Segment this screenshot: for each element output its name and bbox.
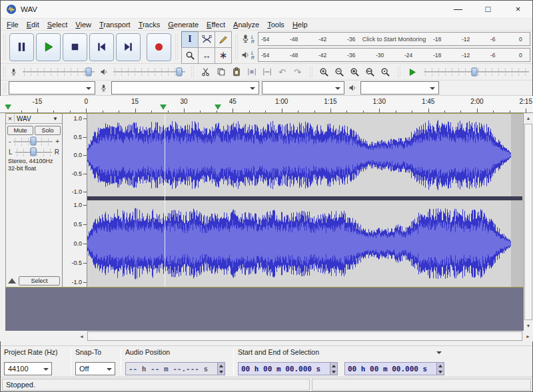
recording-device-select[interactable] (111, 81, 259, 95)
ruler-label: 0.5 (73, 221, 82, 228)
zoom-in-button[interactable] (316, 65, 332, 79)
menu-item-tracks[interactable]: Tracks (135, 20, 165, 29)
toolbar-gripper[interactable] (191, 66, 194, 78)
toolbar-gripper[interactable] (3, 83, 6, 93)
monitor-text[interactable]: Click to Start Monitoring (358, 36, 430, 43)
hscroll-thumb[interactable] (87, 331, 522, 341)
zoom-out-button[interactable] (332, 65, 347, 79)
menu-item-file[interactable]: File (3, 20, 23, 29)
collapse-track-icon[interactable] (8, 278, 16, 284)
timeline-tick (444, 110, 445, 112)
copy-button[interactable] (213, 65, 229, 79)
zoom-tool-button[interactable] (181, 47, 199, 64)
scroll-up-arrow[interactable]: ▲ (524, 113, 533, 123)
menu-item-help[interactable]: Help (288, 20, 312, 29)
play-at-speed-button[interactable] (404, 65, 420, 79)
zoom-selection-button[interactable] (347, 65, 362, 79)
horizontal-scrollbar[interactable]: ◄ ► (77, 331, 533, 341)
vertical-scrollbar[interactable]: ▲ ▼ (524, 113, 533, 331)
track-close-button[interactable]: × (6, 114, 15, 122)
pan-slider[interactable] (14, 147, 53, 156)
vscroll-thumb[interactable] (524, 124, 532, 320)
scroll-left-arrow[interactable]: ◄ (77, 331, 87, 341)
gain-slider[interactable] (12, 136, 54, 146)
time-shift-tool-button[interactable]: ↔ (198, 47, 215, 64)
minimize-button[interactable]: — (443, 0, 473, 19)
recording-volume-slider[interactable] (21, 67, 96, 77)
envelope-tool-button[interactable] (198, 31, 215, 48)
skip-to-end-button[interactable] (116, 33, 141, 61)
toolbar-gripper[interactable] (397, 66, 400, 78)
playback-volume-slider[interactable] (112, 67, 187, 77)
selection-mode-select[interactable]: Start and End of Selection (238, 348, 444, 356)
app-icon (6, 4, 17, 15)
meter-scale-label: -54 (261, 52, 269, 59)
stop-icon (69, 41, 81, 53)
playback-meter-scale[interactable]: -54-48-42-36-30-24-18-12-60 (258, 48, 530, 62)
menu-item-generate[interactable]: Generate (164, 20, 203, 29)
menu-item-analyze[interactable]: Analyze (229, 20, 263, 29)
timeline-ruler[interactable]: -1501530451:001:151:301:452:002:15 (5, 96, 533, 112)
track-menu-button[interactable]: ▼ (53, 116, 62, 122)
paste-button[interactable] (229, 65, 244, 79)
menu-item-edit[interactable]: Edit (23, 20, 43, 29)
waveform-display[interactable] (87, 114, 523, 287)
solo-button[interactable]: Solo (35, 126, 61, 135)
selection-end-spinner[interactable] (436, 363, 444, 375)
hscroll-row: ◄ ► (0, 331, 533, 341)
project-rate-select[interactable]: 44100 (4, 362, 52, 375)
selection-end-display[interactable]: 00 h 00 m 00.000 s (344, 362, 444, 375)
quick-play-marker[interactable] (215, 104, 221, 112)
toolbar-gripper[interactable] (309, 66, 312, 78)
waveform-canvas[interactable] (87, 114, 522, 287)
select-button[interactable]: Select (19, 276, 60, 286)
stop-button[interactable] (63, 33, 87, 61)
ruler-tick (83, 263, 87, 264)
zoom-toggle-button[interactable] (378, 65, 393, 79)
track-title[interactable]: WAV (15, 115, 53, 122)
silence-audio-button[interactable] (259, 65, 274, 79)
toolbar-gripper[interactable] (3, 66, 6, 78)
vertical-scale-ruler[interactable]: 1.00.50.0-0.5-1.0 1.00.50.0-0.5-1.0 (63, 114, 87, 287)
playback-device-select[interactable] (360, 81, 439, 95)
quick-play-marker[interactable] (160, 104, 167, 112)
empty-area-background[interactable] (5, 288, 524, 331)
trim-audio-button[interactable] (244, 65, 259, 79)
close-button[interactable]: × (503, 0, 533, 19)
skip-to-start-button[interactable] (89, 33, 114, 61)
snap-to-select[interactable]: Off (75, 362, 115, 375)
audio-position-display[interactable]: -- h -- m --.--- s (125, 362, 225, 375)
toolbar-gripper[interactable] (3, 34, 6, 60)
menu-item-transport[interactable]: Transport (95, 20, 135, 29)
pause-button[interactable] (9, 33, 34, 61)
zoom-in-icon (319, 67, 329, 77)
selection-start-display[interactable]: 00 h 00 m 00.000 s (238, 362, 338, 375)
timeline-tick (119, 110, 119, 112)
toolbar-gripper[interactable] (175, 34, 178, 60)
recording-channels-select[interactable] (262, 81, 344, 95)
play-speed-slider[interactable] (422, 67, 530, 77)
menu-item-select[interactable]: Select (43, 20, 72, 29)
audio-host-select[interactable] (9, 81, 95, 95)
recording-meter-scale[interactable]: Click to Start Monitoring -54-48-42-36-3… (258, 32, 530, 46)
menu-item-tools[interactable]: Tools (263, 20, 288, 29)
zoom-fit-button[interactable] (362, 65, 378, 79)
scroll-right-arrow[interactable]: ► (523, 331, 533, 341)
cut-button[interactable] (198, 65, 213, 79)
maximize-button[interactable]: □ (473, 0, 503, 19)
selection-tool-button[interactable]: I (181, 31, 199, 48)
scroll-down-arrow[interactable]: ▼ (524, 321, 533, 331)
mute-button[interactable]: Mute (7, 126, 33, 135)
undo-button[interactable]: ↶ (274, 65, 290, 79)
redo-button[interactable]: ↷ (290, 65, 305, 79)
quick-play-marker[interactable] (5, 104, 11, 112)
draw-tool-button[interactable] (215, 31, 232, 48)
audio-position-spinner[interactable] (217, 363, 225, 375)
menu-item-view[interactable]: View (71, 20, 95, 29)
play-button[interactable] (36, 33, 61, 61)
record-button[interactable] (147, 33, 171, 61)
multi-tool-button[interactable]: ∗ (215, 47, 232, 64)
toolbar-gripper[interactable] (235, 34, 238, 60)
selection-start-spinner[interactable] (330, 363, 337, 375)
menu-item-effect[interactable]: Effect (203, 20, 229, 29)
